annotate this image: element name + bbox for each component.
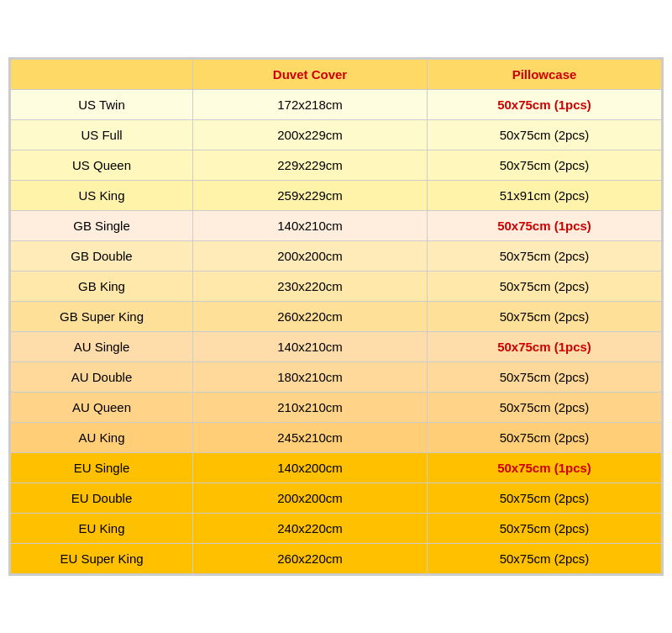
row-duvet: 260x220cm [193, 302, 428, 332]
row-label: EU King [11, 514, 193, 544]
row-pillow: 50x75cm (2pcs) [428, 241, 662, 272]
table-row: GB Single140x210cm50x75cm (1pcs) [11, 211, 662, 241]
table-row: US Full200x229cm50x75cm (2pcs) [11, 120, 662, 150]
table-row: AU Queen210x210cm50x75cm (2pcs) [11, 393, 662, 423]
header-label-cell [11, 60, 193, 90]
row-label: US Full [11, 120, 193, 150]
row-pillow: 50x75cm (1pcs) [428, 90, 662, 120]
table-body: US Twin172x218cm50x75cm (1pcs)US Full200… [11, 90, 662, 574]
table-row: GB Double200x200cm50x75cm (2pcs) [11, 241, 662, 272]
row-duvet: 140x200cm [193, 453, 428, 483]
row-pillow: 50x75cm (1pcs) [428, 332, 662, 362]
row-pillow: 50x75cm (2pcs) [428, 150, 662, 181]
row-label: US King [11, 181, 193, 211]
row-pillow: 50x75cm (2pcs) [428, 120, 662, 150]
row-label: EU Super King [11, 544, 193, 574]
row-pillow: 50x75cm (2pcs) [428, 483, 662, 514]
row-label: GB Double [11, 241, 193, 272]
row-duvet: 240x220cm [193, 514, 428, 544]
header-duvet-cell: Duvet Cover [193, 60, 428, 90]
row-label: AU King [11, 423, 193, 453]
size-chart-table-wrapper: Duvet Cover Pillowcase US Twin172x218cm5… [8, 57, 664, 576]
table-row: AU Single140x210cm50x75cm (1pcs) [11, 332, 662, 362]
row-pillow: 50x75cm (2pcs) [428, 514, 662, 544]
row-duvet: 260x220cm [193, 544, 428, 574]
row-label: AU Queen [11, 393, 193, 423]
header-row: Duvet Cover Pillowcase [11, 60, 662, 90]
row-duvet: 180x210cm [193, 362, 428, 393]
table-row: US King259x229cm51x91cm (2pcs) [11, 181, 662, 211]
row-duvet: 140x210cm [193, 332, 428, 362]
row-label: EU Double [11, 483, 193, 514]
row-duvet: 200x200cm [193, 241, 428, 272]
row-label: GB Super King [11, 302, 193, 332]
row-duvet: 230x220cm [193, 272, 428, 302]
row-label: US Queen [11, 150, 193, 181]
table-row: US Queen229x229cm50x75cm (2pcs) [11, 150, 662, 181]
table-row: AU King245x210cm50x75cm (2pcs) [11, 423, 662, 453]
row-pillow: 50x75cm (1pcs) [428, 211, 662, 241]
row-pillow: 50x75cm (1pcs) [428, 453, 662, 483]
row-label: AU Double [11, 362, 193, 393]
table-row: EU Super King260x220cm50x75cm (2pcs) [11, 544, 662, 574]
table-row: US Twin172x218cm50x75cm (1pcs) [11, 90, 662, 120]
row-label: GB King [11, 272, 193, 302]
row-pillow: 50x75cm (2pcs) [428, 302, 662, 332]
row-pillow: 50x75cm (2pcs) [428, 393, 662, 423]
row-label: AU Single [11, 332, 193, 362]
table-row: EU King240x220cm50x75cm (2pcs) [11, 514, 662, 544]
table-row: EU Single140x200cm50x75cm (1pcs) [11, 453, 662, 483]
row-duvet: 210x210cm [193, 393, 428, 423]
row-label: GB Single [11, 211, 193, 241]
size-chart-table: Duvet Cover Pillowcase US Twin172x218cm5… [10, 59, 662, 574]
table-row: GB Super King260x220cm50x75cm (2pcs) [11, 302, 662, 332]
row-duvet: 200x229cm [193, 120, 428, 150]
row-duvet: 229x229cm [193, 150, 428, 181]
row-label: EU Single [11, 453, 193, 483]
header-pillow-cell: Pillowcase [428, 60, 662, 90]
table-row: AU Double180x210cm50x75cm (2pcs) [11, 362, 662, 393]
row-pillow: 50x75cm (2pcs) [428, 362, 662, 393]
row-pillow: 50x75cm (2pcs) [428, 544, 662, 574]
row-pillow: 50x75cm (2pcs) [428, 272, 662, 302]
row-duvet: 259x229cm [193, 181, 428, 211]
row-pillow: 50x75cm (2pcs) [428, 423, 662, 453]
row-label: US Twin [11, 90, 193, 120]
row-pillow: 51x91cm (2pcs) [428, 181, 662, 211]
table-row: EU Double200x200cm50x75cm (2pcs) [11, 483, 662, 514]
row-duvet: 245x210cm [193, 423, 428, 453]
table-row: GB King230x220cm50x75cm (2pcs) [11, 272, 662, 302]
row-duvet: 140x210cm [193, 211, 428, 241]
row-duvet: 200x200cm [193, 483, 428, 514]
row-duvet: 172x218cm [193, 90, 428, 120]
